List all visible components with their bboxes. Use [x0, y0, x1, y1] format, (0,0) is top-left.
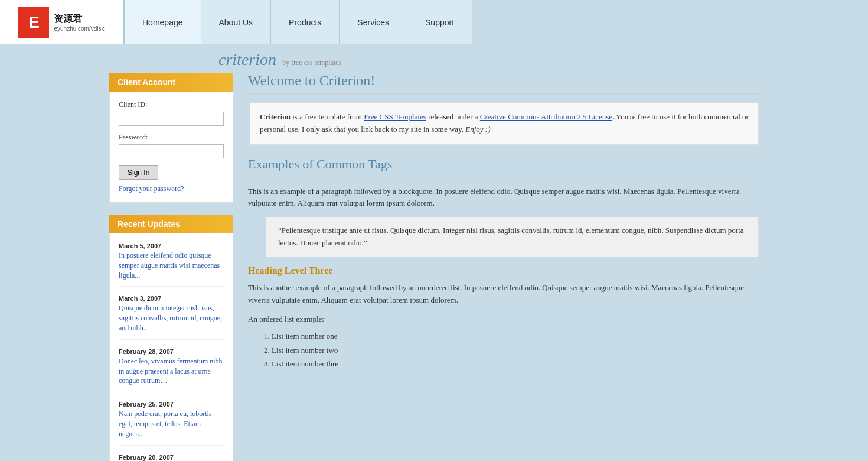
recent-updates-content: March 5, 2007 In posuere eleifend odio q… [109, 233, 233, 461]
update-item-2: February 28, 2007 Donec leo, vivamus fer… [119, 348, 224, 392]
tagline: criterion by free css templates [0, 44, 868, 73]
intro-text1: is a free template from [291, 112, 364, 121]
update-link-1[interactable]: Quisque dictum integer nisl risus, sagit… [119, 304, 222, 332]
header: E 资源君 eyunzhu.com/vdisk Homepage About U… [0, 0, 868, 44]
paragraph1: This is an example of a paragraph follow… [248, 186, 759, 210]
content-wrapper: Client Account Client ID: Password: Sign… [109, 73, 759, 461]
intro-bold: Criterion [260, 112, 291, 121]
blockquote: “Pellentesque tristique ante ut risus. Q… [266, 217, 759, 257]
recent-updates-box: Recent Updates March 5, 2007 In posuere … [109, 215, 233, 461]
recent-updates-title: Recent Updates [109, 215, 233, 233]
examples-section: Examples of Common Tags This is an examp… [248, 157, 759, 371]
nav-products[interactable]: Products [271, 0, 340, 44]
list-item-2: List item number thre [272, 357, 759, 371]
update-item-3: February 25, 2007 Nam pede erat, porta e… [119, 401, 224, 445]
tagline-subtitle: by free css templates [282, 59, 341, 67]
welcome-heading: Welcome to Criterion! [248, 73, 759, 94]
list-item-0: List item number one [272, 329, 759, 343]
update-link-3[interactable]: Nam pede erat, porta eu, lobortis eget, … [119, 410, 212, 438]
nav-support[interactable]: Support [407, 0, 472, 44]
client-account-content: Client ID: Password: Sign In Forgot your… [109, 92, 233, 203]
client-id-label: Client ID: [119, 100, 224, 109]
nav-about[interactable]: About Us [201, 0, 272, 44]
examples-heading: Examples of Common Tags [248, 157, 759, 177]
logo-chinese: 资源君 [54, 13, 104, 25]
intro-text2: released under a [426, 112, 480, 121]
main-content: Welcome to Criterion! Criterion is a fre… [239, 73, 759, 461]
logo-url: eyunzhu.com/vdisk [54, 25, 104, 32]
nav-homepage[interactable]: Homepage [124, 0, 201, 44]
sign-in-button[interactable]: Sign In [119, 165, 158, 180]
free-css-link[interactable]: Free CSS Templates [364, 112, 426, 121]
logo-icon: E [18, 7, 49, 38]
cc-license-link[interactable]: Creative Commons Attribution 2.5 License [480, 112, 612, 121]
forgot-password-link[interactable]: Forgot your password? [119, 184, 224, 193]
password-group: Password: [119, 133, 224, 158]
update-date-4: February 20, 2007 [119, 454, 224, 461]
client-account-title: Client Account [109, 73, 233, 92]
update-date-2: February 28, 2007 [119, 348, 224, 355]
tagline-title: criterion [218, 50, 276, 69]
password-input[interactable] [119, 144, 224, 158]
update-link-0[interactable]: In posuere eleifend odio quisque semper … [119, 251, 220, 280]
list-item-1: List item number two [272, 343, 759, 357]
client-id-input[interactable] [119, 112, 224, 126]
client-account-box: Client Account Client ID: Password: Sign… [109, 73, 233, 203]
list-label: An ordered list example: [248, 313, 759, 326]
client-id-group: Client ID: [119, 100, 224, 126]
enjoy-text: Enjoy :) [465, 125, 490, 134]
update-item-1: March 3, 2007 Quisque dictum integer nis… [119, 295, 224, 339]
logo: E 资源君 eyunzhu.com/vdisk [0, 0, 124, 44]
update-date-3: February 25, 2007 [119, 401, 224, 408]
update-date-1: March 3, 2007 [119, 295, 224, 302]
nav-services[interactable]: Services [340, 0, 407, 44]
update-link-2[interactable]: Donec leo, vivamus fermentum nibh in aug… [119, 357, 223, 385]
main-nav: Homepage About Us Products Services Supp… [124, 0, 868, 44]
sidebar: Client Account Client ID: Password: Sign… [109, 73, 239, 461]
intro-box: Criterion is a free template from Free C… [248, 102, 759, 145]
ordered-list: List item number one List item number tw… [272, 329, 759, 371]
update-item-0: March 5, 2007 In posuere eleifend odio q… [119, 242, 224, 287]
paragraph2: This is another example of a paragraph f… [248, 282, 759, 307]
password-label: Password: [119, 133, 224, 142]
h3-heading: Heading Level Three [248, 265, 759, 276]
welcome-section: Welcome to Criterion! Criterion is a fre… [248, 73, 759, 145]
intro-paragraph: Criterion is a free template from Free C… [260, 111, 749, 136]
update-date-0: March 5, 2007 [119, 242, 224, 249]
update-item-4: February 20, 2007 Vivamus fermentum nibh… [119, 454, 224, 461]
